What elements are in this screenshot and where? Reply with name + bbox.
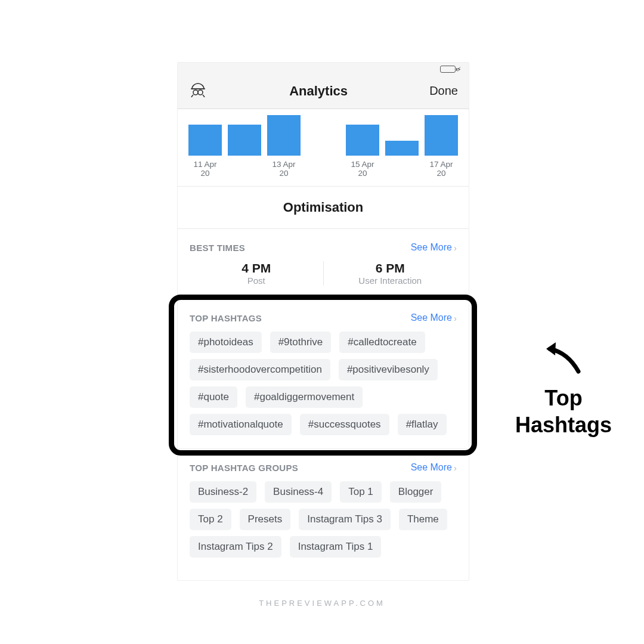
bar-13-apr <box>267 115 301 156</box>
chart-axis: 11 Apr 20 . 13 Apr 20 . 15 Apr 20 . 17 A… <box>188 160 458 178</box>
top-hashtag-groups-title: TOP HASHTAG GROUPS <box>190 463 298 473</box>
hashtag-group-chip[interactable]: Instagram Tips 2 <box>190 536 281 558</box>
hashtag-group-chip[interactable]: Blogger <box>390 481 442 503</box>
spy-icon[interactable] <box>188 80 208 102</box>
done-button[interactable]: Done <box>429 84 458 98</box>
best-time-post: 4 PM Post <box>190 261 323 286</box>
chevron-right-icon: › <box>454 313 457 323</box>
phone-frame: ⚡︎ Analytics Done 11 Apr 20 . <box>177 62 469 581</box>
see-more-best-times[interactable]: See More› <box>411 242 457 253</box>
activity-chart: 11 Apr 20 . 13 Apr 20 . 15 Apr 20 . 17 A… <box>178 109 469 187</box>
bar-12-apr <box>228 125 261 156</box>
hashtag-group-chip[interactable]: Business-4 <box>265 481 332 503</box>
axis-label: 13 Apr 20 <box>267 160 301 178</box>
svg-point-0 <box>193 90 198 95</box>
hashtag-chip[interactable]: #sisterhoodovercompetition <box>190 359 330 380</box>
hashtag-group-chip[interactable]: Instagram Tips 3 <box>299 509 391 530</box>
hashtag-group-chip[interactable]: Theme <box>399 509 447 530</box>
axis-label: 17 Apr 20 <box>425 160 458 178</box>
see-more-hashtag-groups[interactable]: See More› <box>411 462 457 473</box>
footer-watermark: THEPREVIEWAPP.COM <box>0 599 644 608</box>
hashtag-chip[interactable]: #motivationalquote <box>190 414 292 435</box>
top-hashtag-groups-section: TOP HASHTAG GROUPS See More› Business-2 … <box>178 449 469 571</box>
optimisation-heading: Optimisation <box>178 187 469 229</box>
hashtag-chip[interactable]: #goaldiggermovement <box>246 386 363 408</box>
status-bar: ⚡︎ <box>178 63 469 73</box>
svg-point-1 <box>198 90 203 95</box>
hashtag-group-chip[interactable]: Top 1 <box>340 481 382 503</box>
annotation-text: Top Hashtags <box>495 385 632 438</box>
best-times-title: BEST TIMES <box>190 243 245 253</box>
bar-11-apr <box>188 125 222 156</box>
hashtag-chip[interactable]: #calledtocreate <box>339 332 425 353</box>
hashtag-group-chip[interactable]: Presets <box>240 509 291 530</box>
hashtag-chip[interactable]: #photoideas <box>190 332 262 353</box>
best-time-interaction: 6 PM User Interaction <box>323 261 457 286</box>
top-hashtags-title: TOP HASHTAGS <box>190 313 262 323</box>
hashtag-group-chip[interactable]: Top 2 <box>190 509 231 530</box>
charging-icon: ⚡︎ <box>457 66 462 73</box>
chevron-right-icon: › <box>454 243 457 253</box>
best-times-section: BEST TIMES See More› 4 PM Post 6 PM User… <box>178 229 469 299</box>
app-header: Analytics Done <box>178 73 469 109</box>
top-hashtags-section: TOP HASHTAGS See More› #photoideas #9tot… <box>178 299 469 449</box>
bar-17-apr <box>425 115 458 156</box>
battery-icon <box>440 66 456 73</box>
hashtag-chip[interactable]: #successquotes <box>300 414 389 435</box>
hashtag-group-chip[interactable]: Business-2 <box>190 481 256 503</box>
bar-16-apr <box>385 141 419 156</box>
see-more-top-hashtags[interactable]: See More› <box>411 312 457 323</box>
hashtag-chip[interactable]: #flatlay <box>398 414 447 435</box>
hashtag-chip[interactable]: #quote <box>190 386 237 408</box>
chevron-right-icon: › <box>454 463 457 473</box>
annotation-arrow-label: Top Hashtags <box>495 337 632 438</box>
arrow-icon <box>543 337 584 379</box>
axis-label: 11 Apr 20 <box>188 160 222 178</box>
hashtag-group-chip[interactable]: Instagram Tips 1 <box>290 536 382 558</box>
page-title: Analytics <box>289 83 348 99</box>
hashtag-chip[interactable]: #positivevibesonly <box>339 359 438 380</box>
hashtag-chip[interactable]: #9tothrive <box>270 332 332 353</box>
bar-15-apr <box>346 125 379 156</box>
axis-label: 15 Apr 20 <box>346 160 379 178</box>
